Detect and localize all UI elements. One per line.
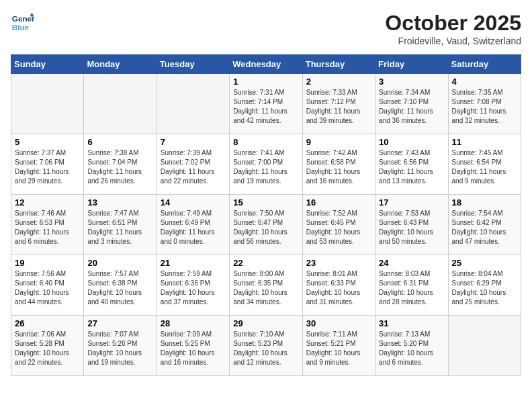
day-number: 10 xyxy=(379,137,444,147)
day-number: 27 xyxy=(87,318,152,328)
day-info: Sunrise: 7:39 AM Sunset: 7:02 PM Dayligh… xyxy=(161,148,226,186)
header-cell-friday: Friday xyxy=(375,55,448,74)
header-cell-sunday: Sunday xyxy=(11,55,84,74)
day-info: Sunrise: 7:37 AM Sunset: 7:06 PM Dayligh… xyxy=(15,148,80,186)
day-info: Sunrise: 7:42 AM Sunset: 6:58 PM Dayligh… xyxy=(306,148,371,186)
day-info: Sunrise: 7:09 AM Sunset: 5:25 PM Dayligh… xyxy=(161,330,226,367)
day-cell: 3Sunrise: 7:34 AM Sunset: 7:10 PM Daylig… xyxy=(375,74,448,134)
day-info: Sunrise: 7:59 AM Sunset: 6:36 PM Dayligh… xyxy=(161,269,226,307)
day-cell: 14Sunrise: 7:49 AM Sunset: 6:49 PM Dayli… xyxy=(157,195,229,255)
day-cell: 23Sunrise: 8:01 AM Sunset: 6:33 PM Dayli… xyxy=(302,255,375,316)
day-cell: 29Sunrise: 7:10 AM Sunset: 5:23 PM Dayli… xyxy=(230,316,302,376)
header-cell-thursday: Thursday xyxy=(302,55,375,74)
day-info: Sunrise: 7:38 AM Sunset: 7:04 PM Dayligh… xyxy=(87,148,152,186)
day-cell xyxy=(84,74,157,134)
day-info: Sunrise: 8:00 AM Sunset: 6:35 PM Dayligh… xyxy=(233,269,298,307)
day-number: 19 xyxy=(15,258,80,268)
day-number: 16 xyxy=(306,197,371,208)
day-info: Sunrise: 7:49 AM Sunset: 6:49 PM Dayligh… xyxy=(161,209,226,246)
day-number: 30 xyxy=(306,318,371,328)
day-number: 21 xyxy=(161,258,226,268)
day-number: 26 xyxy=(15,318,80,328)
day-number: 24 xyxy=(379,258,444,268)
day-info: Sunrise: 7:35 AM Sunset: 7:08 PM Dayligh… xyxy=(452,88,517,126)
day-cell: 20Sunrise: 7:57 AM Sunset: 6:38 PM Dayli… xyxy=(84,255,157,316)
calendar-body: 1Sunrise: 7:31 AM Sunset: 7:14 PM Daylig… xyxy=(11,74,521,376)
day-number: 15 xyxy=(233,197,298,208)
week-row-5: 26Sunrise: 7:06 AM Sunset: 5:28 PM Dayli… xyxy=(11,316,521,376)
day-info: Sunrise: 7:45 AM Sunset: 6:54 PM Dayligh… xyxy=(452,148,517,186)
day-cell: 31Sunrise: 7:13 AM Sunset: 5:20 PM Dayli… xyxy=(375,316,448,376)
day-cell: 30Sunrise: 7:11 AM Sunset: 5:21 PM Dayli… xyxy=(302,316,375,376)
day-number: 12 xyxy=(15,197,80,208)
day-info: Sunrise: 7:43 AM Sunset: 6:56 PM Dayligh… xyxy=(379,148,444,186)
day-cell: 12Sunrise: 7:46 AM Sunset: 6:53 PM Dayli… xyxy=(11,195,84,255)
day-info: Sunrise: 7:56 AM Sunset: 6:40 PM Dayligh… xyxy=(15,269,80,307)
day-cell: 17Sunrise: 7:53 AM Sunset: 6:43 PM Dayli… xyxy=(375,195,448,255)
day-info: Sunrise: 7:41 AM Sunset: 7:00 PM Dayligh… xyxy=(233,148,298,186)
day-cell: 26Sunrise: 7:06 AM Sunset: 5:28 PM Dayli… xyxy=(11,316,84,376)
week-row-4: 19Sunrise: 7:56 AM Sunset: 6:40 PM Dayli… xyxy=(11,255,521,316)
day-number: 20 xyxy=(87,258,152,268)
month-title: October 2025 xyxy=(385,11,521,36)
page-header: General Blue October 2025 Froideville, V… xyxy=(11,11,521,46)
title-section: October 2025 Froideville, Vaud, Switzerl… xyxy=(385,11,521,46)
day-cell: 2Sunrise: 7:33 AM Sunset: 7:12 PM Daylig… xyxy=(302,74,375,134)
logo-icon: General Blue xyxy=(11,11,35,35)
day-cell: 15Sunrise: 7:50 AM Sunset: 6:47 PM Dayli… xyxy=(230,195,302,255)
day-number: 2 xyxy=(306,77,371,87)
day-info: Sunrise: 7:34 AM Sunset: 7:10 PM Dayligh… xyxy=(379,88,444,126)
day-info: Sunrise: 7:57 AM Sunset: 6:38 PM Dayligh… xyxy=(87,269,152,307)
day-info: Sunrise: 7:54 AM Sunset: 6:42 PM Dayligh… xyxy=(452,209,517,246)
day-info: Sunrise: 7:53 AM Sunset: 6:43 PM Dayligh… xyxy=(379,209,444,246)
svg-text:Blue: Blue xyxy=(12,23,30,32)
day-cell: 22Sunrise: 8:00 AM Sunset: 6:35 PM Dayli… xyxy=(230,255,302,316)
week-row-1: 1Sunrise: 7:31 AM Sunset: 7:14 PM Daylig… xyxy=(11,74,521,134)
day-cell: 27Sunrise: 7:07 AM Sunset: 5:26 PM Dayli… xyxy=(84,316,157,376)
day-cell: 8Sunrise: 7:41 AM Sunset: 7:00 PM Daylig… xyxy=(230,134,302,195)
day-number: 17 xyxy=(379,197,444,208)
day-info: Sunrise: 7:50 AM Sunset: 6:47 PM Dayligh… xyxy=(233,209,298,246)
day-info: Sunrise: 7:07 AM Sunset: 5:26 PM Dayligh… xyxy=(87,330,152,367)
week-row-3: 12Sunrise: 7:46 AM Sunset: 6:53 PM Dayli… xyxy=(11,195,521,255)
day-info: Sunrise: 7:13 AM Sunset: 5:20 PM Dayligh… xyxy=(379,330,444,367)
header-cell-saturday: Saturday xyxy=(448,55,521,74)
week-row-2: 5Sunrise: 7:37 AM Sunset: 7:06 PM Daylig… xyxy=(11,134,521,195)
day-number: 18 xyxy=(452,197,517,208)
day-cell: 7Sunrise: 7:39 AM Sunset: 7:02 PM Daylig… xyxy=(157,134,229,195)
day-number: 6 xyxy=(87,137,152,147)
day-cell: 13Sunrise: 7:47 AM Sunset: 6:51 PM Dayli… xyxy=(84,195,157,255)
day-info: Sunrise: 7:31 AM Sunset: 7:14 PM Dayligh… xyxy=(233,88,298,126)
day-cell: 11Sunrise: 7:45 AM Sunset: 6:54 PM Dayli… xyxy=(448,134,521,195)
header-cell-monday: Monday xyxy=(84,55,157,74)
day-cell: 21Sunrise: 7:59 AM Sunset: 6:36 PM Dayli… xyxy=(157,255,229,316)
header-cell-wednesday: Wednesday xyxy=(230,55,302,74)
day-number: 3 xyxy=(379,77,444,87)
day-number: 13 xyxy=(87,197,152,208)
day-info: Sunrise: 7:33 AM Sunset: 7:12 PM Dayligh… xyxy=(306,88,371,126)
logo: General Blue xyxy=(11,11,38,35)
calendar-header: SundayMondayTuesdayWednesdayThursdayFrid… xyxy=(11,55,521,74)
day-cell: 9Sunrise: 7:42 AM Sunset: 6:58 PM Daylig… xyxy=(302,134,375,195)
day-cell: 24Sunrise: 8:03 AM Sunset: 6:31 PM Dayli… xyxy=(375,255,448,316)
day-number: 7 xyxy=(161,137,226,147)
day-number: 31 xyxy=(379,318,444,328)
day-info: Sunrise: 8:01 AM Sunset: 6:33 PM Dayligh… xyxy=(306,269,371,307)
day-info: Sunrise: 7:10 AM Sunset: 5:23 PM Dayligh… xyxy=(233,330,298,367)
day-cell xyxy=(448,316,521,376)
day-number: 8 xyxy=(233,137,298,147)
day-cell: 25Sunrise: 8:04 AM Sunset: 6:29 PM Dayli… xyxy=(448,255,521,316)
day-cell: 28Sunrise: 7:09 AM Sunset: 5:25 PM Dayli… xyxy=(157,316,229,376)
day-cell: 16Sunrise: 7:52 AM Sunset: 6:45 PM Dayli… xyxy=(302,195,375,255)
day-cell: 19Sunrise: 7:56 AM Sunset: 6:40 PM Dayli… xyxy=(11,255,84,316)
day-number: 5 xyxy=(15,137,80,147)
calendar-table: SundayMondayTuesdayWednesdayThursdayFrid… xyxy=(11,54,521,376)
day-cell xyxy=(11,74,84,134)
header-cell-tuesday: Tuesday xyxy=(157,55,229,74)
day-number: 25 xyxy=(452,258,517,268)
day-cell xyxy=(157,74,229,134)
day-cell: 10Sunrise: 7:43 AM Sunset: 6:56 PM Dayli… xyxy=(375,134,448,195)
day-info: Sunrise: 8:03 AM Sunset: 6:31 PM Dayligh… xyxy=(379,269,444,307)
day-number: 11 xyxy=(452,137,517,147)
location-subtitle: Froideville, Vaud, Switzerland xyxy=(385,36,521,46)
